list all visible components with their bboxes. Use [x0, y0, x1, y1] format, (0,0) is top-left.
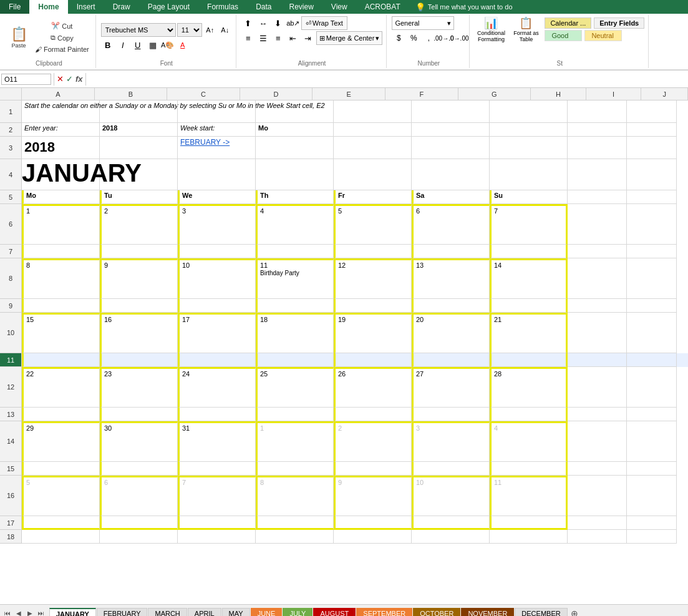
cell-f5[interactable]: Fr — [334, 190, 412, 204]
cell-e6[interactable]: 4 — [256, 204, 334, 245]
border-button[interactable]: ▦ — [146, 38, 160, 52]
cell-f17[interactable] — [334, 516, 412, 530]
row-num-7[interactable]: 7 — [0, 245, 22, 258]
cell-h7[interactable] — [490, 245, 568, 258]
cell-j10[interactable] — [627, 313, 677, 353]
cell-j9[interactable] — [627, 299, 677, 313]
align-bottom-button[interactable]: ⬇ — [271, 16, 285, 30]
cell-d11[interactable] — [178, 353, 256, 367]
cell-h13[interactable] — [490, 408, 568, 421]
cell-d4[interactable] — [178, 159, 256, 190]
col-header-i[interactable]: I — [586, 88, 642, 100]
cell-d9[interactable] — [178, 299, 256, 313]
font-name-select[interactable]: Trebuchet MS — [101, 23, 176, 37]
insert-function-icon[interactable]: fx — [75, 74, 83, 84]
cell-g8[interactable]: 13 — [412, 258, 490, 299]
cell-c2[interactable]: 2018 — [100, 123, 178, 137]
cell-e11[interactable] — [256, 353, 334, 367]
tab-page-layout[interactable]: Page Layout — [139, 0, 198, 14]
cell-b10[interactable]: 15 — [22, 313, 100, 353]
nav-last-arrow[interactable]: ⏭ — [36, 609, 46, 617]
cell-c14[interactable]: 30 — [100, 421, 178, 462]
format-as-table-button[interactable]: 📋 Format as Table — [510, 16, 542, 42]
cell-h4[interactable] — [490, 159, 568, 190]
cell-c10[interactable]: 16 — [100, 313, 178, 353]
cell-b11[interactable] — [22, 353, 100, 367]
col-header-h[interactable]: H — [531, 88, 586, 100]
cell-c15[interactable] — [100, 462, 178, 476]
cell-f1[interactable] — [334, 100, 412, 123]
currency-button[interactable]: $ — [392, 31, 405, 45]
align-right-button[interactable]: ≡ — [271, 31, 285, 45]
cell-f6[interactable]: 5 — [334, 204, 412, 245]
cell-e5[interactable]: Th — [256, 190, 334, 204]
cell-h16[interactable]: 11 — [490, 476, 568, 516]
cell-g18[interactable] — [412, 530, 490, 544]
decrease-font-button[interactable]: A↓ — [218, 23, 232, 37]
cell-b2[interactable]: Enter year: — [22, 123, 100, 137]
cell-i17[interactable] — [568, 516, 627, 530]
cell-d14[interactable]: 31 — [178, 421, 256, 462]
cell-j18[interactable] — [627, 530, 677, 544]
cell-g12[interactable]: 27 — [412, 367, 490, 408]
col-header-e[interactable]: E — [313, 88, 385, 100]
cell-f10[interactable]: 19 — [334, 313, 412, 353]
tab-july[interactable]: JULY — [283, 608, 313, 616]
tab-june[interactable]: JUNE — [251, 608, 283, 616]
cell-j13[interactable] — [627, 408, 677, 421]
cell-b12[interactable]: 22 — [22, 367, 100, 408]
nav-first-arrow[interactable]: ⏮ — [2, 609, 12, 617]
row-num-10[interactable]: 10 — [0, 313, 22, 353]
cell-f8[interactable]: 12 — [334, 258, 412, 299]
row-num-9[interactable]: 9 — [0, 299, 22, 313]
tell-me-text[interactable]: Tell me what you want to do — [428, 3, 513, 11]
cell-g14[interactable]: 3 — [412, 421, 490, 462]
merge-center-button[interactable]: ⊞ Merge & Center ▾ — [316, 31, 383, 45]
cell-e16[interactable]: 8 — [256, 476, 334, 516]
cell-h3[interactable] — [490, 137, 568, 159]
cell-i15[interactable] — [568, 462, 627, 476]
font-color-button[interactable]: A — [176, 38, 190, 52]
col-header-j[interactable]: J — [641, 88, 688, 100]
tab-file[interactable]: File — [0, 0, 29, 14]
cell-j16[interactable] — [627, 476, 677, 516]
cell-j11[interactable] — [627, 353, 677, 367]
cell-b17[interactable] — [22, 516, 100, 530]
cell-f16[interactable]: 9 — [334, 476, 412, 516]
cell-d18[interactable] — [178, 530, 256, 544]
cell-d13[interactable] — [178, 408, 256, 421]
cell-c16[interactable]: 6 — [100, 476, 178, 516]
row-num-15[interactable]: 15 — [0, 462, 22, 476]
cell-d3[interactable]: FEBRUARY -> — [178, 137, 256, 159]
cell-j14[interactable] — [627, 421, 677, 462]
cell-h17[interactable] — [490, 516, 568, 530]
increase-indent-button[interactable]: ⇥ — [301, 31, 315, 45]
cell-d1[interactable] — [178, 100, 256, 123]
row-num-1[interactable]: 1 — [0, 100, 22, 123]
col-header-d[interactable]: D — [240, 88, 313, 100]
wrap-text-button[interactable]: ⏎ Wrap Text — [301, 16, 347, 30]
tab-september[interactable]: SEPTEMBER — [356, 608, 412, 616]
fill-color-button[interactable]: A🎨 — [161, 38, 175, 52]
tab-august[interactable]: AUGUST — [313, 608, 356, 616]
cell-i4[interactable] — [568, 159, 627, 190]
cell-g10[interactable]: 20 — [412, 313, 490, 353]
align-top-button[interactable]: ⬆ — [241, 16, 255, 30]
cell-i12[interactable] — [568, 367, 627, 408]
cell-d16[interactable]: 7 — [178, 476, 256, 516]
cancel-formula-icon[interactable]: ✕ — [57, 74, 64, 84]
cell-i14[interactable] — [568, 421, 627, 462]
cell-g9[interactable] — [412, 299, 490, 313]
cell-i8[interactable] — [568, 258, 627, 299]
cell-b3[interactable]: 2018 — [22, 137, 100, 159]
cell-i5[interactable] — [568, 190, 627, 204]
cell-b7[interactable] — [22, 245, 100, 258]
copy-button[interactable]: ⧉ Copy — [32, 32, 92, 43]
cell-g7[interactable] — [412, 245, 490, 258]
cell-g17[interactable] — [412, 516, 490, 530]
cell-g13[interactable] — [412, 408, 490, 421]
cell-f7[interactable] — [334, 245, 412, 258]
row-num-17[interactable]: 17 — [0, 516, 22, 530]
cell-h6[interactable]: 7 — [490, 204, 568, 245]
tab-march[interactable]: MARCH — [148, 608, 187, 616]
